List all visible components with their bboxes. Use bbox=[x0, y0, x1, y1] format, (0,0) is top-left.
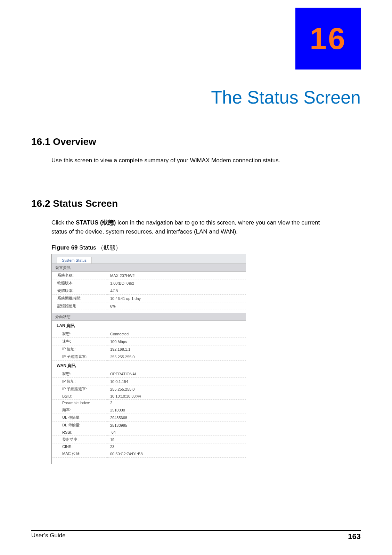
section-1-heading: 16.1 Overview bbox=[31, 136, 361, 147]
table-row: Preamble Index:2 bbox=[52, 400, 246, 406]
row-value: 2510000 bbox=[107, 406, 246, 414]
table-row: MAC 位址:00:50:C2:74:D1:B8 bbox=[52, 450, 246, 458]
page: 16 CHAPTER 16 The Status Screen 16.1 Ove… bbox=[0, 0, 392, 555]
row-key: 發射功率: bbox=[52, 436, 107, 443]
row-key: CINR: bbox=[52, 443, 107, 450]
spacer bbox=[52, 458, 246, 464]
footer-left: User’s Guide bbox=[31, 532, 66, 541]
device-info-header: 裝置資訊 bbox=[52, 264, 246, 272]
table-row: 系統開機時間:10:46:41 up 1 day bbox=[52, 295, 246, 302]
device-info-table: 系統名稱:MAX-207HW2 軟體版本1.00(BQI.0)b2 硬體版本:A… bbox=[52, 272, 246, 310]
table-row: DL 傳輸量:25130995 bbox=[52, 422, 246, 429]
table-row: IP 子網路遮罩:255.255.255.0 bbox=[52, 385, 246, 393]
row-key: 速率: bbox=[52, 338, 107, 345]
row-value: 29435668 bbox=[107, 414, 246, 422]
row-value: 192.168.1.1 bbox=[107, 345, 246, 353]
table-row: 記憶體使用:6% bbox=[52, 302, 246, 310]
interface-body: LAN 資訊 狀態:Connected 速率:100 Mbps IP 位址:19… bbox=[52, 321, 246, 464]
row-key: DL 傳輸量: bbox=[52, 422, 107, 429]
page-footer: User’s Guide 163 bbox=[31, 530, 361, 541]
row-value: 19 bbox=[107, 436, 246, 443]
row-value: ACB bbox=[107, 287, 246, 295]
row-value: 10:46:41 up 1 day bbox=[107, 295, 246, 302]
table-row: 硬體版本:ACB bbox=[52, 287, 246, 295]
table-row: 發射功率:19 bbox=[52, 436, 246, 443]
row-value: 100 Mbps bbox=[107, 338, 246, 345]
table-row: IP 位址:10.0.1.154 bbox=[52, 378, 246, 385]
row-value: 25130995 bbox=[107, 422, 246, 429]
page-title: The Status Screen bbox=[31, 87, 361, 108]
row-value: MAX-207HW2 bbox=[107, 272, 246, 279]
table-row: CINR:23 bbox=[52, 443, 246, 450]
section-2-text: Click the STATUS (狀態) icon in the naviga… bbox=[51, 218, 336, 236]
table-row: 系統名稱:MAX-207HW2 bbox=[52, 272, 246, 279]
row-value: -64 bbox=[107, 429, 246, 436]
text-bold: STATUS (狀態) bbox=[76, 219, 116, 226]
tab-row: System Status bbox=[52, 254, 246, 264]
row-key: 系統名稱: bbox=[52, 272, 107, 279]
row-key: BSID: bbox=[52, 393, 107, 400]
row-value: 255.255.255.0 bbox=[107, 385, 246, 393]
wan-table: 狀態:OPERATIONAL IP 位址:10.0.1.154 IP 子網路遮罩… bbox=[52, 370, 246, 458]
row-key: 硬體版本: bbox=[52, 287, 107, 295]
table-row: 速率:100 Mbps bbox=[52, 338, 246, 345]
row-value: 00:50:C2:74:D1:B8 bbox=[107, 450, 246, 458]
table-row: IP 子網路遮罩:255.255.255.0 bbox=[52, 353, 246, 361]
row-value: 255.255.255.0 bbox=[107, 353, 246, 361]
spacer bbox=[52, 310, 246, 313]
row-key: RSSI: bbox=[52, 429, 107, 436]
row-key: IP 子網路遮罩: bbox=[52, 385, 107, 393]
section-overview: 16.1 Overview Use this screen to view a … bbox=[31, 136, 361, 165]
row-key: UL 傳輸量: bbox=[52, 414, 107, 422]
row-value: 10.0.1.154 bbox=[107, 378, 246, 385]
status-screenshot: System Status 裝置資訊 系統名稱:MAX-207HW2 軟體版本1… bbox=[51, 254, 246, 464]
row-value: Connected bbox=[107, 330, 246, 338]
row-key: IP 位址: bbox=[52, 345, 107, 353]
row-key: IP 位址: bbox=[52, 378, 107, 385]
footer-page-number: 163 bbox=[348, 532, 361, 541]
row-key: Preamble Index: bbox=[52, 400, 107, 406]
tab-system-status[interactable]: System Status bbox=[57, 257, 92, 263]
wan-heading: WAN 資訊 bbox=[52, 361, 246, 370]
row-key: 記憶體使用: bbox=[52, 302, 107, 310]
table-row: IP 位址:192.168.1.1 bbox=[52, 345, 246, 353]
interface-status-header: 介面狀態 bbox=[52, 313, 246, 321]
section-2-heading: 16.2 Status Screen bbox=[31, 198, 361, 209]
figure-caption: Figure 69 Status （狀態） bbox=[51, 244, 361, 252]
chapter-number: 16 bbox=[310, 21, 346, 56]
table-row: 頻率:2510000 bbox=[52, 406, 246, 414]
text-fragment: Click the bbox=[51, 219, 76, 226]
section-1-text: Use this screen to view a complete summa… bbox=[51, 156, 336, 165]
lan-table: 狀態:Connected 速率:100 Mbps IP 位址:192.168.1… bbox=[52, 330, 246, 361]
row-value: 23 bbox=[107, 443, 246, 450]
table-row: 狀態:Connected bbox=[52, 330, 246, 338]
lan-heading: LAN 資訊 bbox=[52, 321, 246, 330]
row-value: OPERATIONAL bbox=[107, 370, 246, 378]
section-status-screen: 16.2 Status Screen Click the STATUS (狀態)… bbox=[31, 198, 361, 464]
row-key: 狀態: bbox=[52, 330, 107, 338]
figure-caption-text: Status （狀態） bbox=[78, 244, 122, 251]
table-row: 軟體版本1.00(BQI.0)b2 bbox=[52, 279, 246, 287]
table-row: BSID:10:10:10:10:33:44 bbox=[52, 393, 246, 400]
table-row: 狀態:OPERATIONAL bbox=[52, 370, 246, 378]
row-key: MAC 位址: bbox=[52, 450, 107, 458]
table-row: UL 傳輸量:29435668 bbox=[52, 414, 246, 422]
row-value: 1.00(BQI.0)b2 bbox=[107, 279, 246, 287]
figure-label: Figure 69 bbox=[51, 244, 78, 251]
row-value: 2 bbox=[107, 400, 246, 406]
table-row: RSSI:-64 bbox=[52, 429, 246, 436]
row-key: 軟體版本 bbox=[52, 279, 107, 287]
row-key: 頻率: bbox=[52, 406, 107, 414]
row-value: 6% bbox=[107, 302, 246, 310]
row-key: 狀態: bbox=[52, 370, 107, 378]
chapter-badge: 16 bbox=[295, 8, 361, 70]
row-key: 系統開機時間: bbox=[52, 295, 107, 302]
row-value: 10:10:10:10:33:44 bbox=[107, 393, 246, 400]
row-key: IP 子網路遮罩: bbox=[52, 353, 107, 361]
